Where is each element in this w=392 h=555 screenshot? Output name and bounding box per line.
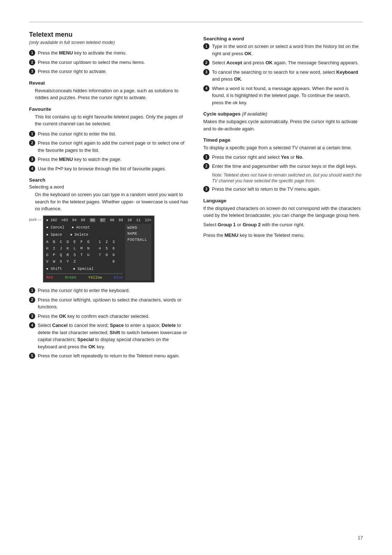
search-item-2: 2 Press the cursor left/right, up/down t…: [29, 296, 189, 311]
kb-row-shift: ● Shift● Special: [46, 265, 123, 272]
search-circle-3: 3: [29, 313, 35, 319]
favourite-heading: Favourite: [29, 106, 189, 112]
circle-2: 2: [29, 59, 35, 65]
sw-item-3: 3 To cancel the searching or to search f…: [203, 69, 363, 83]
cycle-subpages-heading: Cycle subpages (if available): [203, 111, 363, 117]
sw-circle-3: 3: [203, 69, 209, 75]
tp-circle-2: 2: [203, 163, 209, 169]
sw-circle-1: 1: [203, 43, 209, 49]
sw-item-2: 2 Select Accept and press OK again. The …: [203, 59, 363, 66]
search-heading: Search: [29, 177, 189, 183]
search-body: On the keyboard on screen you can type i…: [35, 191, 189, 212]
search-text-5: Press the cursor left repeatedly to retu…: [38, 352, 189, 360]
intro-text-3: Press the cursor right to activate.: [38, 68, 189, 75]
fav-item-2: 2 Press the cursor right again to add th…: [29, 139, 189, 154]
two-column-layout: Teletext menu (only available in full sc…: [29, 31, 363, 362]
tp-note: Note: Teletext does not have to remain s…: [212, 172, 363, 185]
kb-row-abc1: A B C D E F G 1 2 3: [46, 239, 123, 245]
fav-circle-2: 2: [29, 140, 35, 146]
kb-row-abc2: H I J K L M N 4 5 6: [46, 245, 123, 252]
tp-circle-3: 3: [203, 186, 209, 192]
fav-text-4: Use the P•P key to browse through the li…: [38, 165, 189, 173]
fav-item-1: 1 Press the cursor right to enter the li…: [29, 130, 189, 138]
kb-row-abc3: O P Q R S T U 7 8 9: [46, 252, 123, 258]
sw-text-3: To cancel the searching or to search for…: [212, 69, 363, 83]
fav-item-4: 4 Use the P•P key to browse through the …: [29, 165, 189, 173]
page-title: Teletext menu: [29, 31, 189, 39]
searching-word-heading: Searching a word: [203, 36, 363, 41]
search-text-2: Press the cursor left/right, up/down to …: [38, 296, 189, 311]
intro-item-3: 3 Press the cursor right to activate.: [29, 68, 189, 75]
reveal-heading: Reveal: [29, 80, 189, 86]
search-text-1: Press the cursor right to enter the keyb…: [38, 287, 189, 294]
search-item-5: 5 Press the cursor left repeatedly to re…: [29, 352, 189, 360]
football-label: FOOTBALL: [127, 237, 149, 243]
left-column: Teletext menu (only available in full sc…: [29, 31, 189, 362]
page-container: Teletext menu (only available in full sc…: [0, 0, 392, 555]
tp-item-1: 1 Press the cursor right and select Yes …: [203, 154, 363, 161]
search-item-3: 3 Press the OK key to confirm each chara…: [29, 313, 189, 320]
right-column: Searching a word 1 Type in the word on s…: [203, 31, 363, 362]
keyboard-right-panel: WORD NAME FOOTBALL: [125, 224, 151, 280]
reveal-body: Reveals/conceals hidden information on a…: [35, 87, 189, 101]
search-subheading: Selecting a word: [29, 184, 189, 190]
kb-row-space: ● Space● Delete: [46, 231, 123, 238]
cycle-body: Makes the subpages cycle automatically. …: [203, 118, 363, 132]
circle-3: 3: [29, 68, 35, 74]
kb-color-bar: Red Green Yellow Blue: [46, 274, 123, 280]
sw-circle-2: 2: [203, 60, 209, 66]
kb-green: Green: [65, 275, 77, 280]
circle-1: 1: [29, 50, 35, 56]
search-item-4: 4 Select Cancel to cancel the word; Spac…: [29, 322, 189, 350]
cycle-subpages-section: Cycle subpages (if available) Makes the …: [203, 111, 363, 132]
search-circle-2: 2: [29, 297, 35, 303]
tp-item-3: 3 Press the cursor left to return to the…: [203, 186, 363, 193]
sw-text-4: When a word is not found, a message appe…: [212, 85, 363, 106]
language-section: Language If the displayed characters on …: [203, 198, 363, 239]
fav-text-3: Press the MENU key to watch the page.: [38, 156, 189, 163]
intro-item-1: 1 Press the MENU key to activate the men…: [29, 49, 189, 57]
fav-item-3: 3 Press the MENU key to watch the page.: [29, 156, 189, 163]
fav-text-1: Press the cursor right to enter the list…: [38, 130, 189, 138]
puck-label: puck —: [29, 218, 41, 222]
search-circle-1: 1: [29, 287, 35, 293]
fav-text-2: Press the cursor right again to add the …: [38, 139, 189, 154]
timed-page-heading: Timed page: [203, 137, 363, 143]
language-select: Select Group 1 or Group 2 with the curso…: [203, 221, 363, 228]
language-body: If the displayed characters on screen do…: [203, 205, 363, 219]
cycle-heading-italic: (if available): [242, 111, 268, 117]
keyboard-topbar: ● 102 «03 04 05 06 07 08 09 10 11 12»: [46, 218, 151, 223]
fav-circle-4: 4: [29, 166, 35, 172]
kb-red: Red: [46, 275, 53, 280]
tp-text-1: Press the cursor right and select Yes or…: [212, 154, 363, 161]
kb-row-abc4: V W X Y Z 0: [46, 258, 123, 265]
sw-item-1: 1 Type in the word on screen or select a…: [203, 43, 363, 57]
top-rule: [29, 22, 363, 22]
timed-page-section: Timed page To display a specific page fr…: [203, 137, 363, 193]
intro-text-1: Press the MENU key to activate the menu.: [38, 49, 189, 57]
sw-text-2: Select Accept and press OK again. The me…: [212, 59, 363, 66]
page-number: 17: [358, 535, 363, 540]
intro-text-2: Press the cursor up/down to select the m…: [38, 59, 189, 66]
tp-circle-1: 1: [203, 154, 209, 160]
search-text-3: Press the OK key to confirm each charact…: [38, 313, 189, 320]
tp-text-3: Press the cursor left to return to the T…: [212, 186, 363, 193]
kb-row-cancel: ● Cancel● Accept: [46, 224, 123, 231]
tp-text-2: Enter the time and pagenumber with the c…: [212, 163, 363, 170]
search-circle-5: 5: [29, 353, 35, 359]
sw-circle-4: 4: [203, 85, 209, 92]
name-label: NAME: [127, 231, 149, 236]
timed-page-body: To display a specific page from a select…: [203, 144, 363, 151]
sw-text-1: Type in the word on screen or select a w…: [212, 43, 363, 57]
kb-yellow: Yellow: [88, 275, 102, 280]
word-label: WORD: [127, 225, 149, 231]
sw-item-4: 4 When a word is not found, a message ap…: [203, 85, 363, 106]
keyboard-body: ● Cancel● Accept ● Space● Delete A B C D…: [46, 224, 151, 280]
intro-item-2: 2 Press the cursor up/down to select the…: [29, 59, 189, 66]
kb-blue: Blue: [114, 275, 123, 280]
fav-circle-3: 3: [29, 156, 35, 162]
keyboard-wrapper: puck — ● 102 «03 04 05 06 07 08 09 10 11…: [29, 215, 189, 283]
language-heading: Language: [203, 198, 363, 203]
favourite-body: This list contains up to eight favourite…: [35, 113, 189, 127]
keyboard-keys: ● Cancel● Accept ● Space● Delete A B C D…: [46, 224, 123, 280]
